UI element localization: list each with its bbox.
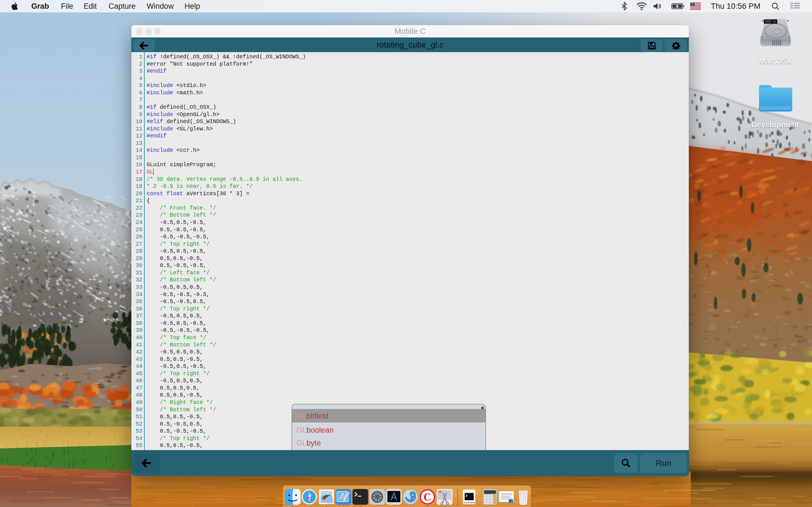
svg-text:.command: .command (463, 501, 475, 504)
svg-text:C: C (423, 491, 431, 503)
